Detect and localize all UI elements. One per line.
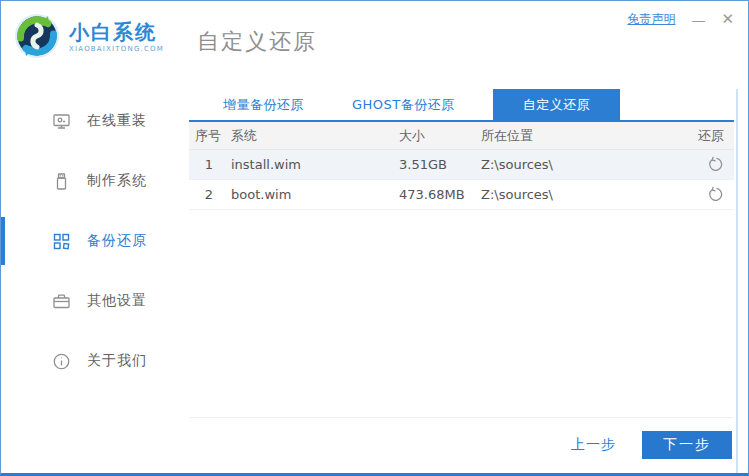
sidebar: 在线重装 制作系统 备份还原 — [1, 79, 181, 473]
header: 小白系统 XIAOBAIXITONG.COM 自定义还原 免责声明 — ✕ — [1, 1, 748, 79]
sync-logo-icon — [13, 12, 61, 60]
grid-icon — [51, 231, 71, 251]
toolbox-icon — [51, 291, 71, 311]
info-icon — [51, 351, 71, 371]
minimize-button[interactable]: — — [691, 13, 705, 27]
app-logo: 小白系统 XIAOBAIXITONG.COM — [13, 12, 164, 60]
col-header-location: 所在位置 — [481, 127, 681, 145]
sidebar-item-backup-restore[interactable]: 备份还原 — [1, 211, 181, 271]
sidebar-item-other-settings[interactable]: 其他设置 — [1, 271, 181, 331]
usb-drive-icon — [51, 171, 71, 191]
sidebar-item-online-reinstall[interactable]: 在线重装 — [1, 91, 181, 151]
monitor-icon — [51, 111, 71, 131]
main-panel: 增量备份还原 GHOST备份还原 自定义还原 序号 系统 大小 所在位置 还原 … — [189, 89, 734, 473]
restore-button[interactable] — [706, 156, 724, 174]
brand-domain: XIAOBAIXITONG.COM — [69, 45, 164, 53]
restore-icon — [707, 156, 724, 173]
row-location: Z:\sources\ — [481, 157, 681, 172]
col-header-restore: 还原 — [681, 127, 734, 145]
row-size: 473.68MB — [399, 187, 481, 202]
brand-name: 小白系统 — [69, 20, 164, 44]
tab-custom-restore[interactable]: 自定义还原 — [493, 89, 621, 120]
col-header-system: 系统 — [231, 127, 399, 145]
row-index: 2 — [189, 187, 231, 202]
sidebar-item-label: 制作系统 — [87, 172, 147, 190]
row-location: Z:\sources\ — [481, 187, 681, 202]
scrollbar-track[interactable] — [736, 89, 738, 473]
sidebar-item-label: 关于我们 — [87, 352, 147, 370]
row-system: boot.wim — [231, 187, 399, 202]
page-title: 自定义还原 — [197, 27, 317, 57]
sidebar-item-make-system[interactable]: 制作系统 — [1, 151, 181, 211]
table-row[interactable]: 1 install.wim 3.51GB Z:\sources\ — [189, 150, 734, 180]
restore-file-table: 序号 系统 大小 所在位置 还原 1 install.wim 3.51GB Z:… — [189, 122, 734, 210]
tab-incremental-backup-restore[interactable]: 增量备份还原 — [199, 89, 328, 120]
restore-icon — [707, 186, 724, 203]
previous-step-button[interactable]: 上一步 — [571, 436, 616, 454]
wizard-footer: 上一步 下一步 — [189, 417, 734, 459]
row-size: 3.51GB — [399, 157, 481, 172]
sidebar-item-about-us[interactable]: 关于我们 — [1, 331, 181, 391]
sidebar-item-label: 其他设置 — [87, 292, 147, 310]
col-header-size: 大小 — [399, 127, 481, 145]
close-button[interactable]: ✕ — [721, 12, 734, 27]
row-index: 1 — [189, 157, 231, 172]
tab-ghost-backup-restore[interactable]: GHOST备份还原 — [328, 89, 479, 120]
row-system: install.wim — [231, 157, 399, 172]
app-window: 小白系统 XIAOBAIXITONG.COM 自定义还原 免责声明 — ✕ 在线… — [0, 0, 749, 476]
sidebar-item-label: 在线重装 — [87, 112, 147, 130]
window-controls: 免责声明 — ✕ — [627, 11, 734, 28]
tab-bar: 增量备份还原 GHOST备份还原 自定义还原 — [189, 89, 734, 122]
sidebar-item-label: 备份还原 — [87, 232, 147, 250]
table-header-row: 序号 系统 大小 所在位置 还原 — [189, 122, 734, 150]
disclaimer-link[interactable]: 免责声明 — [627, 11, 675, 28]
next-step-button[interactable]: 下一步 — [642, 431, 732, 459]
table-row[interactable]: 2 boot.wim 473.68MB Z:\sources\ — [189, 180, 734, 210]
logo-text: 小白系统 XIAOBAIXITONG.COM — [69, 20, 164, 53]
col-header-index: 序号 — [189, 127, 231, 145]
restore-button[interactable] — [706, 186, 724, 204]
